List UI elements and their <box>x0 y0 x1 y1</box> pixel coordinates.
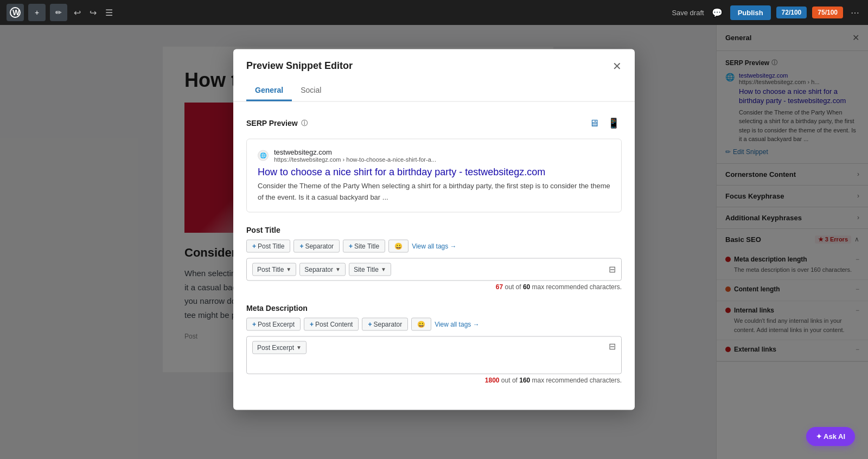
post-excerpt-dropdown[interactable]: Post Excerpt ▼ <box>252 341 307 354</box>
desktop-view-button[interactable]: 🖥 <box>587 115 601 131</box>
plus-icon-5: + <box>310 320 314 328</box>
serp-preview-card: 🌐 testwebsitegz.com https://testwebsiteg… <box>246 139 622 213</box>
site-title-tag-label: Site Title <box>354 242 379 250</box>
add-block-button[interactable]: + <box>28 4 46 21</box>
post-excerpt-dropdown-label: Post Excerpt <box>257 343 294 351</box>
post-content-tag-label: Post Content <box>315 320 353 328</box>
undo-icon[interactable]: ↩ <box>72 5 83 20</box>
modal-header: Preview Snippet Editor ✕ <box>233 49 635 72</box>
post-content-tag-button[interactable]: + Post Content <box>304 317 359 330</box>
post-title-dropdown[interactable]: Post Title ▼ <box>252 263 296 276</box>
dropdown-arrow-icon-2: ▼ <box>335 266 341 272</box>
serp-help-icon-modal[interactable]: ⓘ <box>301 118 308 127</box>
modal-body: SERP Preview ⓘ 🖥 📱 🌐 testwebsitegz.com h… <box>233 102 635 410</box>
site-title-dropdown[interactable]: Site Title ▼ <box>349 263 391 276</box>
post-title-tag-button[interactable]: + Post Title <box>246 239 290 252</box>
separator-tag-button-2[interactable]: + Separator <box>362 317 408 330</box>
meta-copy-button[interactable]: ⊟ <box>609 341 616 351</box>
char-max-number: 60 <box>523 283 530 290</box>
list-view-icon[interactable]: ☰ <box>103 5 115 20</box>
post-title-dropdown-label: Post Title <box>257 265 284 273</box>
svg-text:W: W <box>12 8 20 17</box>
meta-desc-tag-buttons: + Post Excerpt + Post Content + Separato… <box>246 317 622 330</box>
modal-tabs: General Social <box>233 80 635 102</box>
separator-tag-label: Separator <box>305 242 334 250</box>
post-title-tag-buttons: + Post Title + Separator + Site Title 😀 … <box>246 239 622 252</box>
comment-icon[interactable]: 💬 <box>710 5 725 20</box>
modal-serp-label: SERP Preview ⓘ <box>246 118 308 127</box>
toolbar-right: Save draft 💬 Publish 72/100 75/100 ⋯ <box>672 5 861 20</box>
post-excerpt-tag-button[interactable]: + Post Excerpt <box>246 317 301 330</box>
serp-card-title: How to choose a nice shirt for a birthda… <box>258 166 610 178</box>
dropdown-arrow-icon-3: ▼ <box>381 266 386 272</box>
tab-social[interactable]: Social <box>292 80 330 101</box>
meta-desc-input-area[interactable]: Post Excerpt ▼ ⊟ <box>246 336 622 374</box>
meta-desc-char-count: 1800 out of 160 max recommended characte… <box>246 376 622 384</box>
serp-favicon: 🌐 <box>258 150 269 161</box>
serp-card-top: 🌐 testwebsitegz.com https://testwebsiteg… <box>258 148 610 163</box>
plus-icon-2: + <box>299 242 303 250</box>
publish-button[interactable]: Publish <box>730 5 771 20</box>
site-title-tag-button[interactable]: + Site Title <box>343 239 385 252</box>
plus-icon-6: + <box>368 320 372 328</box>
serp-card-domain: testwebsitegz.com <box>274 148 436 156</box>
modal-close-button[interactable]: ✕ <box>612 60 622 71</box>
mobile-view-button[interactable]: 📱 <box>605 115 622 131</box>
separator-dropdown-label: Separator <box>304 265 333 273</box>
modal-title: Preview Snippet Editor <box>246 60 353 72</box>
separator-dropdown[interactable]: Separator ▼ <box>299 263 346 276</box>
dropdown-arrow-icon-4: ▼ <box>296 345 302 350</box>
redo-icon[interactable]: ↪ <box>87 5 99 20</box>
serp-card-desc: Consider the Theme of the Party When sel… <box>258 181 610 203</box>
post-title-tag-label: Post Title <box>258 242 284 250</box>
wp-logo: W <box>7 4 24 21</box>
score-green-badge[interactable]: 72/100 <box>776 7 807 18</box>
post-title-input-row: Post Title ▼ Separator ▼ Site Title ▼ ⊟ <box>246 258 622 280</box>
char-count-number: 67 <box>496 283 503 290</box>
post-title-field-section: Post Title + Post Title + Separator + Si… <box>246 225 622 290</box>
serp-url-wrap: testwebsitegz.com https://testwebsitegz.… <box>274 148 436 163</box>
plus-icon: + <box>252 242 256 250</box>
view-all-tags-link[interactable]: View all tags → <box>412 242 456 250</box>
meta-view-all-tags-link[interactable]: View all tags → <box>435 320 479 328</box>
plus-icon-4: + <box>252 320 256 328</box>
tab-general[interactable]: General <box>246 80 292 101</box>
separator-tag-label-2: Separator <box>373 320 402 328</box>
meta-char-count-number: 1800 <box>485 376 500 384</box>
emoji-tag-button[interactable]: 😀 <box>388 239 409 252</box>
post-title-field-label: Post Title <box>246 225 622 234</box>
device-icons: 🖥 📱 <box>587 115 622 131</box>
wp-toolbar: W + ✏ ↩ ↪ ☰ Save draft 💬 Publish 72/100 … <box>0 0 868 25</box>
save-draft-button[interactable]: Save draft <box>672 9 704 17</box>
modal-serp-section: SERP Preview ⓘ 🖥 📱 🌐 testwebsitegz.com h… <box>246 115 622 213</box>
meta-desc-field-section: Meta Description + Post Excerpt + Post C… <box>246 303 622 384</box>
meta-desc-field-label: Meta Description <box>246 303 622 312</box>
preview-snippet-modal: Preview Snippet Editor ✕ General Social … <box>233 49 635 410</box>
post-excerpt-tag-label: Post Excerpt <box>258 320 295 328</box>
separator-tag-button[interactable]: + Separator <box>293 239 340 252</box>
dropdown-arrow-icon: ▼ <box>286 266 291 272</box>
settings-icon[interactable]: ⋯ <box>848 5 861 20</box>
tools-button[interactable]: ✏ <box>50 4 67 21</box>
site-title-dropdown-label: Site Title <box>354 265 379 273</box>
ask-ai-button[interactable]: ✦ Ask AI <box>806 427 855 446</box>
post-title-char-count: 67 out of 60 max recommended characters. <box>246 283 622 290</box>
post-title-copy-button[interactable]: ⊟ <box>609 264 616 275</box>
emoji-tag-button-2[interactable]: 😀 <box>411 317 431 330</box>
meta-char-max-number: 160 <box>519 376 530 384</box>
plus-icon-3: + <box>349 242 353 250</box>
serp-preview-header: SERP Preview ⓘ 🖥 📱 <box>246 115 622 131</box>
serp-card-path: https://testwebsitegz.com › how-to-choos… <box>274 156 436 163</box>
score-orange-badge[interactable]: 75/100 <box>812 7 843 18</box>
